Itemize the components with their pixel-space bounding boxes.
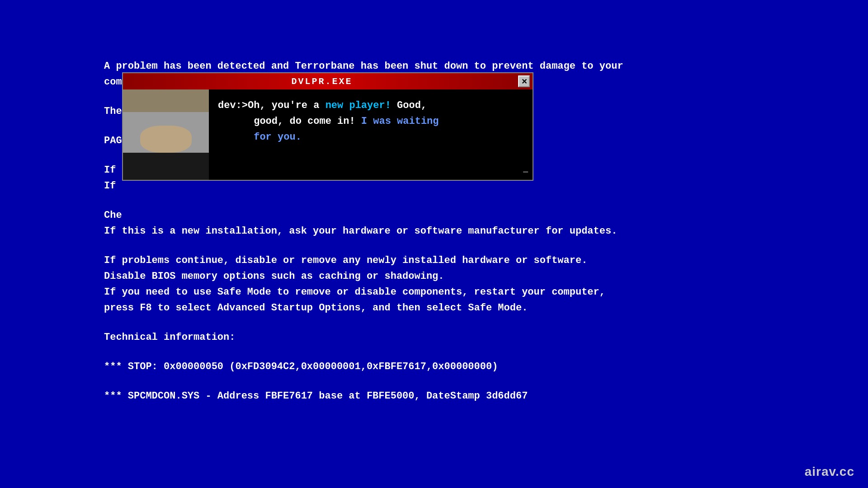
bsod-line-15: *** SPCMDCON.SYS - Address FBFE7617 base… — [104, 389, 854, 404]
bsod-blank-7 — [104, 346, 854, 359]
bsod-line-11: If you need to use Safe Mode to remove o… — [104, 285, 854, 300]
speech-line2-part1: good, do come in! — [254, 116, 361, 127]
dialog-titlebar: DVLPR.EXE ✕ — [123, 73, 533, 89]
dialog-minimize-button[interactable]: — — [523, 167, 528, 176]
character-hands — [140, 126, 192, 153]
bsod-line-7: Che — [104, 208, 854, 223]
dialog-title: DVLPR.EXE — [126, 76, 518, 87]
bsod-line-1: A problem has been detected and Terrorba… — [104, 59, 854, 74]
speech-highlight-waiting: I was waiting — [361, 116, 439, 127]
speech-part2: Good, — [391, 100, 427, 111]
bsod-line-13: Technical information: — [104, 330, 854, 345]
speech-highlight-new-player: new player! — [326, 100, 391, 111]
watermark: airav.cc — [805, 465, 854, 479]
bsod-blank-6 — [104, 316, 854, 330]
bsod-line-12: press F8 to select Advanced Startup Opti… — [104, 300, 854, 315]
dialog-speech-area: dev:>Oh, you're a new player! Good, good… — [209, 89, 533, 180]
dev-prompt: dev:> — [218, 100, 248, 111]
bsod-line-9: If problems continue, disable or remove … — [104, 253, 854, 268]
speech-line3: for you. — [254, 131, 302, 143]
dialog-character-image — [123, 89, 209, 180]
bsod-blank-8 — [104, 375, 854, 389]
dialog-speech-text: dev:>Oh, you're a new player! Good, good… — [218, 98, 524, 145]
dialog-close-button[interactable]: ✕ — [518, 75, 530, 87]
dialog-window: DVLPR.EXE ✕ dev:>Oh, you're a new player… — [122, 72, 533, 181]
bsod-line-14: *** STOP: 0x00000050 (0xFD3094C2,0x00000… — [104, 359, 854, 374]
bsod-blank-4 — [104, 194, 854, 208]
bsod-line-10: Disable BIOS memory options such as cach… — [104, 269, 854, 284]
bsod-blank-5 — [104, 239, 854, 253]
bsod-line-8: If this is a new installation, ask your … — [104, 224, 854, 239]
speech-part1: Oh, you're a — [248, 100, 326, 111]
dialog-content: dev:>Oh, you're a new player! Good, good… — [123, 89, 533, 180]
